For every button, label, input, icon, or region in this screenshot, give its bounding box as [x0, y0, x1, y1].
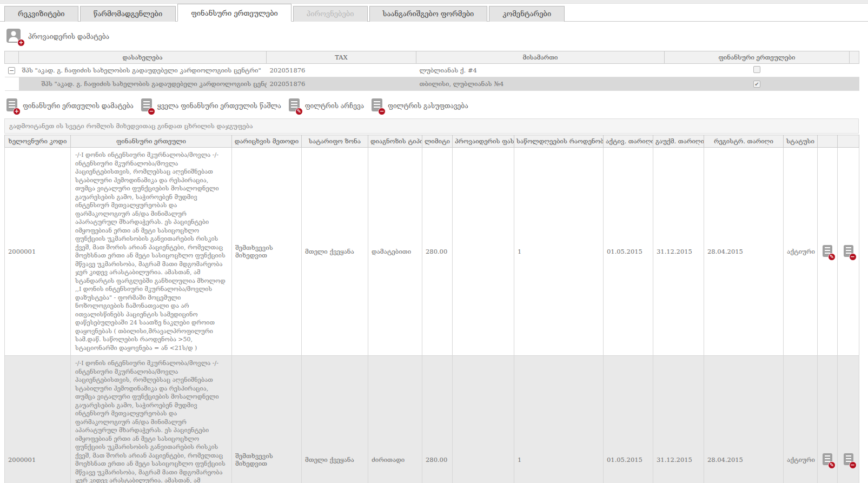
- cell-delete: −: [838, 148, 859, 356]
- edit-badge-icon: ✎: [828, 253, 836, 261]
- add-financial-unit-label: ფინანსური ერთეულის დამატება: [23, 102, 134, 110]
- provider-row[interactable]: − შპს "აკად. გ. ჩაფიძის სახელობის გადაუდ…: [5, 64, 859, 77]
- person-add-icon: +: [6, 29, 22, 44]
- document-edit-icon: ✎: [289, 98, 300, 113]
- clear-filter-label: ფილტრის გასუფთავება: [388, 102, 468, 110]
- cell-edit: ✎: [818, 148, 838, 356]
- edit-row-button[interactable]: ✎: [823, 453, 832, 467]
- providers-table-header: დასახელება TAX მისამართი ფინანსური ერთეუ…: [5, 51, 859, 64]
- status-column-header[interactable]: სტატუსი: [784, 135, 818, 148]
- expand-cell: −: [5, 64, 19, 77]
- cell-diag-type: ძირითადი: [368, 356, 422, 483]
- bed-days-column-header[interactable]: საწოლდღეების რაოდენობა: [514, 135, 604, 148]
- tab-representatives[interactable]: წარმომადგენლები: [80, 6, 176, 22]
- provider-address-cell: ლუბლიანას ქ. #4: [416, 64, 665, 77]
- tax-column-header[interactable]: TAX: [267, 51, 416, 64]
- clear-filter-button[interactable]: − ფილტრის გასუფთავება: [372, 98, 468, 113]
- cell-status: აქტიური: [784, 356, 818, 483]
- delete-row-button[interactable]: −: [844, 245, 853, 259]
- minus-badge-icon: −: [849, 461, 857, 469]
- cell-limit: 280.00: [422, 148, 453, 356]
- cell-edit: ✎: [818, 356, 838, 483]
- cell-bed-days: 1: [514, 148, 604, 356]
- expand-cell: [5, 77, 19, 91]
- document-remove-icon: −: [141, 98, 152, 113]
- document-remove-icon: −: [372, 98, 382, 113]
- cell-cancel-date: 31.12.2015: [653, 356, 704, 483]
- delete-row-button[interactable]: −: [844, 453, 853, 467]
- cell-bed-days: 1: [514, 356, 604, 483]
- add-provider-button[interactable]: + პროვაიდერის დამატება: [6, 29, 109, 44]
- cell-cancel-date: 31.12.2015: [653, 148, 704, 356]
- cell-limit: 280.00: [422, 356, 453, 483]
- fin-units-column-header[interactable]: ფინანსური ერთეულები: [665, 51, 850, 64]
- provider-address-cell: თბილისი, ლუბლიანას №4: [416, 77, 665, 91]
- method-column-header[interactable]: დარიცხვის მეთოდი: [232, 135, 302, 148]
- spacer-cell: [850, 77, 859, 91]
- tab-bar: რეკვიზიტები წარმომადგენლები ფინანსური ერ…: [0, 4, 868, 22]
- provider-tax-cell: 202051876: [267, 64, 416, 77]
- fin-units-checkbox[interactable]: [753, 66, 760, 73]
- address-column-header[interactable]: მისამართი: [416, 51, 665, 64]
- provider-subrow[interactable]: შპს "აკად. გ. ჩაფიძის სახელობის გადაუდებ…: [5, 77, 859, 91]
- cell-diag-type: დამატებითი: [368, 148, 422, 356]
- edit-badge-icon: ✎: [295, 108, 303, 115]
- provider-tax-cell: 202051876: [267, 77, 416, 91]
- limit-column-header[interactable]: ლიმიტი: [422, 135, 453, 148]
- select-filter-button[interactable]: ✎ ფილტრის არჩევა: [289, 98, 364, 113]
- add-financial-unit-button[interactable]: + ფინანსური ერთეულის დამატება: [6, 98, 134, 113]
- financial-units-table-header: ხელოვნური კოდი ფინანსური ერთეული დარიცხვ…: [5, 135, 859, 148]
- cell-status: აქტიური: [784, 148, 818, 356]
- tab-persons: პიროვნებები: [293, 6, 368, 22]
- cancel-date-column-header[interactable]: გაუქმ. თარიღი: [653, 135, 704, 148]
- tab-financial-units[interactable]: ფინანსური ერთეულები: [177, 4, 291, 22]
- collapse-icon[interactable]: −: [8, 67, 15, 74]
- name-column-header[interactable]: დასახელება: [19, 51, 267, 64]
- expand-column-header: [5, 51, 19, 64]
- cell-provider-price: [453, 148, 514, 356]
- cell-delete: −: [838, 356, 859, 483]
- financial-unit-row[interactable]: 2000001 -/-I დონის ინტენსიური მკურნალობა…: [5, 356, 859, 483]
- add-provider-label: პროვაიდერის დამატება: [28, 33, 109, 41]
- cell-zone: მთელი ქვეყანა: [302, 356, 368, 483]
- plus-badge-icon: +: [13, 108, 21, 115]
- provider-finunits-cell: ✔: [665, 77, 850, 91]
- minus-badge-icon: −: [849, 253, 857, 261]
- edit-badge-icon: ✎: [828, 461, 836, 469]
- spacer-column-header: [850, 51, 859, 64]
- zone-column-header[interactable]: სატარიფო ზონა: [302, 135, 368, 148]
- minus-badge-icon: −: [378, 108, 386, 115]
- group-by-hint-panel[interactable]: გადმოიტანეთ ის სვეტი რომლის მიხედვითაც გ…: [4, 118, 859, 134]
- providers-table: დასახელება TAX მისამართი ფინანსური ერთეუ…: [4, 51, 859, 91]
- select-filter-label: ფილტრის არჩევა: [305, 102, 364, 110]
- provider-name-cell: შპს "აკად. გ. ჩაფიძის სახელობის გადაუდებ…: [19, 77, 267, 91]
- top-strip: [0, 0, 868, 4]
- tab-comments[interactable]: კომენტარები: [489, 6, 565, 22]
- provider-finunits-cell: [665, 64, 850, 77]
- spacer-cell: [850, 64, 859, 77]
- edit-row-button[interactable]: ✎: [823, 245, 832, 259]
- provider-price-column-header[interactable]: პროვაიდერის ფასი: [453, 135, 514, 148]
- unit-column-header[interactable]: ფინანსური ერთეული: [71, 135, 232, 148]
- cell-method: შემთხვევის მიხედვით: [232, 148, 302, 356]
- cell-zone: მთელი ქვეყანა: [302, 148, 368, 356]
- diag-type-column-header[interactable]: დიაგნოზის ტიპი: [368, 135, 422, 148]
- code-column-header[interactable]: ხელოვნური კოდი: [5, 135, 71, 148]
- plus-badge-icon: +: [17, 39, 25, 47]
- cell-activation-date: 01.05.2015: [604, 356, 653, 483]
- cell-description: -/-I დონის ინტენსიური მკურნალობა/მოვლა -…: [71, 356, 232, 483]
- activation-date-column-header[interactable]: აქტივ. თარიღი: [604, 135, 653, 148]
- delete-column-header: [838, 135, 859, 148]
- fin-units-checkbox[interactable]: ✔: [753, 81, 760, 88]
- tab-report-forms[interactable]: საანგარიშგებო ფორმები: [369, 6, 488, 22]
- tab-requisites[interactable]: რეკვიზიტები: [4, 6, 78, 22]
- delete-all-financial-units-button[interactable]: − ყველა ფინანსური ერთეულის წაშლა: [141, 98, 281, 113]
- cell-method: შემთხვევის მიხედვით: [232, 356, 302, 483]
- cell-code: 2000001: [5, 148, 71, 356]
- financial-units-table: ხელოვნური კოდი ფინანსური ერთეული დარიცხვ…: [4, 135, 859, 483]
- cell-activation-date: 01.05.2015: [604, 148, 653, 356]
- financial-unit-row[interactable]: 2000001 -/-I დონის ინტენსიური მკურნალობა…: [5, 148, 859, 356]
- registration-date-column-header[interactable]: რეგისტრ. თარიღი: [704, 135, 784, 148]
- edit-column-header: [818, 135, 838, 148]
- cell-description: -/-I დონის ინტენსიური მკურნალობა/მოვლა -…: [71, 148, 232, 356]
